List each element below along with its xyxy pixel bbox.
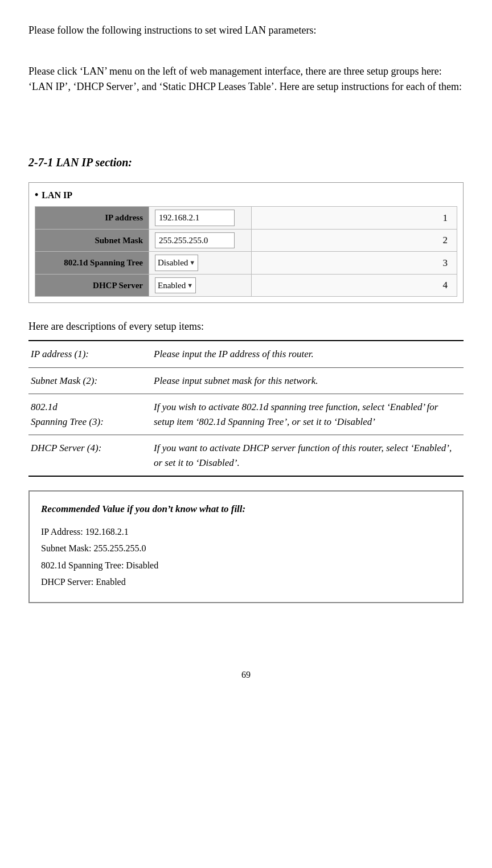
- lan-ip-table: IP address 192.168.2.1 1 Subnet Mask 255…: [35, 206, 457, 297]
- list-item: 802.1d Spanning Tree: Disabled: [41, 558, 451, 573]
- intro-line1: Please follow the following instructions…: [28, 23, 464, 38]
- desc-label-spanning: 802.1dSpanning Tree (3):: [28, 394, 137, 435]
- subnet-mask-label: Subnet Mask: [35, 229, 149, 252]
- desc-label-ip: IP address (1):: [28, 341, 137, 367]
- recommended-box: Recommended Value if you don’t know what…: [28, 490, 464, 603]
- desc-label-subnet: Subnet Mask (2):: [28, 368, 137, 394]
- descriptions-heading: Here are descriptions of every setup ite…: [28, 319, 464, 334]
- table-row: IP address 192.168.2.1 1: [35, 207, 457, 230]
- row-num-4: 4: [252, 274, 457, 297]
- desc-row-subnet: Subnet Mask (2): Please input subnet mas…: [28, 368, 464, 394]
- intro-line2: Please click ‘LAN’ menu on the left of w…: [28, 64, 464, 95]
- table-row: 802.1d Spanning Tree Disabled ▼ 3: [35, 252, 457, 275]
- chevron-down-icon: ▼: [187, 281, 193, 290]
- subnet-mask-input[interactable]: 255.255.255.0: [155, 232, 235, 249]
- spanning-tree-option: Disabled: [158, 256, 188, 269]
- row-num-2: 2: [252, 229, 457, 252]
- spanning-tree-value[interactable]: Disabled ▼: [149, 252, 252, 275]
- desc-row-ip: IP address (1): Please input the IP addr…: [28, 341, 464, 367]
- lan-ip-title: • LAN IP: [35, 187, 457, 203]
- desc-row-dhcp: DHCP Server (4): If you want to activate…: [28, 435, 464, 476]
- spanning-tree-label: 802.1d Spanning Tree: [35, 252, 149, 275]
- ip-address-label: IP address: [35, 207, 149, 230]
- page-number: 69: [28, 668, 464, 682]
- lan-ip-label: LAN IP: [42, 189, 72, 202]
- list-item: Subnet Mask: 255.255.255.0: [41, 541, 451, 556]
- recommended-title: Recommended Value if you don’t know what…: [41, 502, 451, 517]
- desc-text-spanning: If you wish to activate 802.1d spanning …: [137, 394, 464, 435]
- chevron-down-icon: ▼: [189, 258, 195, 268]
- dhcp-server-label: DHCP Server: [35, 274, 149, 297]
- dhcp-server-select[interactable]: Enabled ▼: [155, 277, 196, 294]
- section-heading: 2-7-1 LAN IP section:: [28, 154, 464, 171]
- table-row: Subnet Mask 255.255.255.0 2: [35, 229, 457, 252]
- table-row: DHCP Server Enabled ▼ 4: [35, 274, 457, 297]
- lan-ip-box: • LAN IP IP address 192.168.2.1 1 Subnet…: [28, 182, 464, 303]
- list-item: IP Address: 192.168.2.1: [41, 525, 451, 539]
- bullet-icon: •: [35, 187, 38, 203]
- dhcp-server-option: Enabled: [158, 279, 186, 292]
- list-item: DHCP Server: Enabled: [41, 575, 451, 589]
- spanning-tree-select[interactable]: Disabled ▼: [155, 255, 198, 271]
- descriptions-table: IP address (1): Please input the IP addr…: [28, 340, 464, 477]
- desc-text-ip: Please input the IP address of this rout…: [137, 341, 464, 367]
- desc-text-dhcp: If you want to activate DHCP server func…: [137, 435, 464, 476]
- subnet-mask-value[interactable]: 255.255.255.0: [149, 229, 252, 252]
- desc-text-subnet: Please input subnet mask for this networ…: [137, 368, 464, 394]
- row-num-3: 3: [252, 252, 457, 275]
- recommended-items: IP Address: 192.168.2.1 Subnet Mask: 255…: [41, 525, 451, 589]
- dhcp-server-value[interactable]: Enabled ▼: [149, 274, 252, 297]
- desc-label-dhcp: DHCP Server (4):: [28, 435, 137, 476]
- desc-row-spanning: 802.1dSpanning Tree (3): If you wish to …: [28, 394, 464, 435]
- ip-address-value[interactable]: 192.168.2.1: [149, 207, 252, 230]
- ip-address-input[interactable]: 192.168.2.1: [155, 210, 235, 226]
- row-num-1: 1: [252, 207, 457, 230]
